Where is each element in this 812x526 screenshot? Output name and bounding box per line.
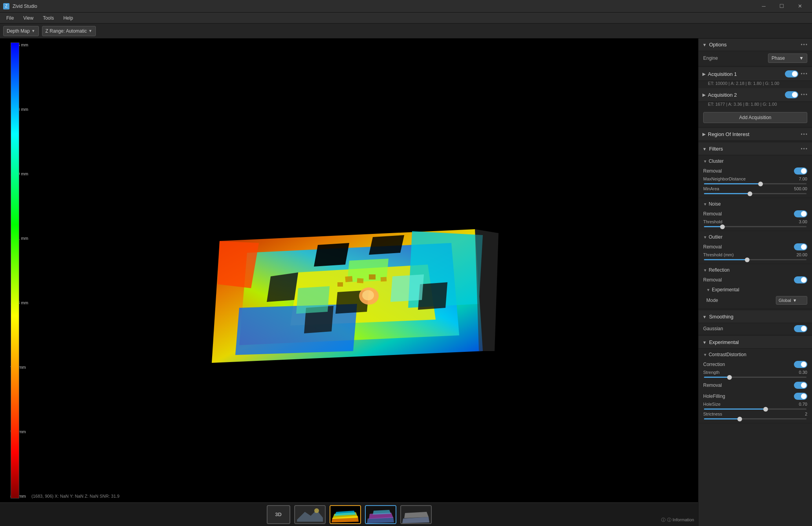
depth-canvas [200, 170, 499, 371]
svg-rect-20 [357, 278, 363, 283]
cd-correction-toggle[interactable] [794, 361, 807, 368]
noise-header[interactable]: ▼ Noise [698, 200, 812, 208]
outlier-threshold-track [704, 259, 807, 260]
outlier-section: ▼ Outlier Removal Threshold (mm) 20.00 [698, 231, 812, 264]
filters-dots[interactable]: ••• [801, 146, 808, 152]
cd-holesize-track [704, 408, 807, 410]
thumb-depth[interactable] [330, 505, 361, 524]
noise-threshold-label: Threshold [703, 219, 722, 224]
experimental-chevron: ▼ [702, 340, 707, 345]
thumb-3d-button[interactable]: 3D [267, 505, 290, 524]
divider-2 [698, 127, 812, 127]
experimental-label: Experimental [709, 339, 808, 345]
cd-strictness-value: 2 [805, 412, 807, 416]
cluster-removal-toggle[interactable] [794, 167, 807, 175]
noise-threshold-fill [704, 226, 722, 227]
acq1-dots[interactable]: ••• [801, 71, 808, 77]
outlier-threshold-thumb[interactable] [745, 257, 750, 262]
smoothing-gaussian-label: Gaussian [703, 326, 792, 331]
cd-strictness-label: Strictness [703, 412, 722, 416]
cd-holesize-label: HoleSize [703, 402, 720, 406]
scale-bar [11, 42, 19, 498]
reflection-header[interactable]: ▼ Reflection [698, 266, 812, 274]
thumb-photo[interactable] [294, 505, 326, 524]
cd-holesize-thumb[interactable] [763, 407, 768, 412]
cd-strength-label: Strength [703, 370, 720, 375]
options-label: Options [709, 42, 799, 48]
reflection-removal-toggle[interactable] [794, 276, 807, 283]
roi-dots[interactable]: ••• [801, 132, 808, 137]
cd-removal-toggle[interactable] [794, 382, 807, 389]
smoothing-gaussian-toggle[interactable] [794, 325, 807, 332]
range-select-chevron: ▼ [88, 29, 92, 33]
cluster-header[interactable]: ▼ Cluster [698, 157, 812, 166]
contrast-distortion-header[interactable]: ▼ ContrastDistortion [698, 350, 812, 359]
engine-select[interactable]: Phase ▼ [768, 53, 807, 63]
smoothing-header[interactable]: ▼ Smoothing [698, 311, 812, 323]
acq2-header[interactable]: ▶ Acquisition 2 ••• [698, 88, 812, 102]
roi-header[interactable]: ▶ Region Of Interest ••• [698, 128, 812, 141]
cluster-minarea-thumb[interactable] [748, 191, 752, 196]
svg-point-26 [314, 508, 319, 513]
close-button[interactable]: ✕ [791, 0, 809, 13]
menu-bar: File View Tools Help [0, 13, 812, 24]
acq1-chevron: ▶ [702, 72, 706, 77]
reflection-mode-select[interactable]: Global ▼ [776, 296, 807, 305]
thumb-photo-icon [295, 506, 325, 523]
menu-help[interactable]: Help [59, 14, 78, 22]
options-section-header[interactable]: ▼ Options ••• [698, 39, 812, 51]
menu-view[interactable]: View [18, 14, 38, 22]
cd-strength-value: 0.30 [799, 370, 807, 375]
thumb-depth-icon [330, 506, 360, 523]
acq1-meta: ET: 10000 | A: 2.18 | B: 1.80 | G: 1.00 [698, 81, 812, 88]
acq2-dots[interactable]: ••• [801, 92, 808, 97]
noise-threshold-thumb[interactable] [720, 224, 725, 229]
cluster-mnd-label-row: MaxNeighborDistance 7.00 [698, 177, 812, 181]
cluster-minarea-label: MinArea [703, 186, 719, 191]
experimental-header[interactable]: ▼ Experimental [698, 336, 812, 349]
reflection-experimental-header[interactable]: ▼ Experimental [698, 285, 812, 294]
cd-correction-row: Correction [698, 359, 812, 370]
acq2-toggle[interactable] [785, 91, 798, 98]
cd-holesize-value: 0.70 [799, 402, 807, 406]
cd-strictness-track [704, 418, 807, 419]
svg-marker-7 [314, 243, 349, 267]
engine-label: Engine [703, 55, 765, 61]
menu-file[interactable]: File [2, 14, 18, 22]
minimize-button[interactable]: ─ [755, 0, 773, 13]
cd-strictness-thumb[interactable] [737, 417, 742, 421]
options-chevron: ▼ [702, 42, 707, 47]
reflection-exp-chevron: ▼ [706, 288, 710, 292]
outlier-removal-toggle[interactable] [794, 243, 807, 250]
filters-header[interactable]: ▼ Filters ••• [698, 143, 812, 155]
acq1-header[interactable]: ▶ Acquisition 1 ••• [698, 67, 812, 81]
add-acquisition-button[interactable]: Add Acquisition [703, 112, 807, 123]
title-bar: Z Zivid Studio ─ ☐ ✕ [0, 0, 812, 13]
noise-section: ▼ Noise Removal Threshold 3.00 [698, 198, 812, 231]
roi-chevron: ▶ [702, 132, 706, 137]
noise-removal-toggle[interactable] [794, 210, 807, 217]
menu-tools[interactable]: Tools [38, 14, 59, 22]
noise-removal-row: Removal [698, 208, 812, 219]
acq1-toggle[interactable] [785, 70, 798, 77]
noise-threshold-value: 3.00 [799, 219, 807, 224]
thumb-snr[interactable] [400, 505, 432, 524]
divider-1 [698, 66, 812, 66]
noise-threshold-label-row: Threshold 3.00 [698, 219, 812, 224]
reflection-label: Reflection [709, 267, 730, 273]
info-label: ⓘ Information [667, 517, 694, 523]
thumb-normals[interactable] [365, 505, 396, 524]
noise-removal-label: Removal [703, 211, 792, 217]
cd-strength-thumb[interactable] [727, 375, 732, 380]
view-select[interactable]: Depth Map ▼ [3, 26, 39, 36]
cluster-mnd-thumb[interactable] [758, 182, 763, 186]
range-select[interactable]: Z Range: Automatic ▼ [42, 26, 96, 36]
maximize-button[interactable]: ☐ [773, 0, 791, 13]
smoothing-gaussian-row: Gaussian [698, 323, 812, 334]
outlier-header[interactable]: ▼ Outlier [698, 233, 812, 241]
main-layout: 1216 mm 1168 mm 1120 mm 1071 mm 1023 mm … [0, 39, 812, 526]
cd-strength-fill [704, 377, 730, 378]
cd-holefilling-toggle[interactable] [794, 393, 807, 400]
view-select-label: Depth Map [7, 28, 30, 34]
options-dots[interactable]: ••• [801, 42, 808, 48]
